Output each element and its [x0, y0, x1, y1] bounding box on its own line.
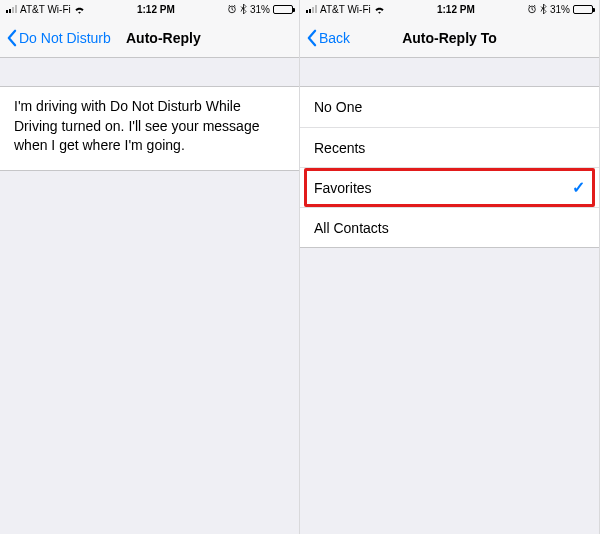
alarm-icon — [227, 4, 237, 14]
nav-bar: Back Auto-Reply To — [300, 18, 599, 58]
auto-reply-message[interactable]: I'm driving with Do Not Disturb While Dr… — [0, 87, 299, 170]
spacer — [300, 58, 599, 86]
status-left: AT&T Wi-Fi — [306, 4, 385, 15]
bluetooth-icon — [240, 4, 247, 14]
option-recents[interactable]: Recents — [300, 127, 599, 167]
content-area: No One Recents Favorites ✓ All Contacts — [300, 58, 599, 534]
checkmark-icon: ✓ — [572, 178, 585, 197]
options-group: No One Recents Favorites ✓ All Contacts — [300, 86, 599, 248]
spacer — [0, 58, 299, 86]
chevron-left-icon — [6, 29, 17, 47]
carrier-label: AT&T Wi-Fi — [320, 4, 371, 15]
option-label: No One — [314, 99, 362, 115]
battery-icon — [573, 5, 593, 14]
cell-signal-icon — [6, 5, 17, 13]
chevron-left-icon — [306, 29, 317, 47]
auto-reply-to-screen: AT&T Wi-Fi 1:12 PM 31% Back Auto-Reply T… — [300, 0, 600, 534]
auto-reply-screen: AT&T Wi-Fi 1:12 PM 31% Do Not Disturb Au… — [0, 0, 300, 534]
message-group: I'm driving with Do Not Disturb While Dr… — [0, 86, 299, 171]
option-all-contacts[interactable]: All Contacts — [300, 207, 599, 247]
option-no-one[interactable]: No One — [300, 87, 599, 127]
cell-signal-icon — [306, 5, 317, 13]
option-favorites[interactable]: Favorites ✓ — [300, 167, 599, 207]
back-label: Do Not Disturb — [19, 30, 111, 46]
alarm-icon — [527, 4, 537, 14]
wifi-icon — [74, 5, 85, 14]
status-time: 1:12 PM — [137, 4, 175, 15]
option-label: Favorites — [314, 180, 372, 196]
status-bar: AT&T Wi-Fi 1:12 PM 31% — [0, 0, 299, 18]
status-right: 31% — [227, 4, 293, 15]
back-button[interactable]: Do Not Disturb — [6, 29, 111, 47]
battery-pct: 31% — [550, 4, 570, 15]
nav-bar: Do Not Disturb Auto-Reply — [0, 18, 299, 58]
back-button[interactable]: Back — [306, 29, 350, 47]
back-label: Back — [319, 30, 350, 46]
wifi-icon — [374, 5, 385, 14]
nav-title: Auto-Reply — [126, 30, 201, 46]
option-label: All Contacts — [314, 220, 389, 236]
status-time: 1:12 PM — [437, 4, 475, 15]
battery-pct: 31% — [250, 4, 270, 15]
status-bar: AT&T Wi-Fi 1:12 PM 31% — [300, 0, 599, 18]
status-right: 31% — [527, 4, 593, 15]
battery-icon — [273, 5, 293, 14]
carrier-label: AT&T Wi-Fi — [20, 4, 71, 15]
bluetooth-icon — [540, 4, 547, 14]
option-label: Recents — [314, 140, 365, 156]
status-left: AT&T Wi-Fi — [6, 4, 85, 15]
content-area: I'm driving with Do Not Disturb While Dr… — [0, 58, 299, 534]
